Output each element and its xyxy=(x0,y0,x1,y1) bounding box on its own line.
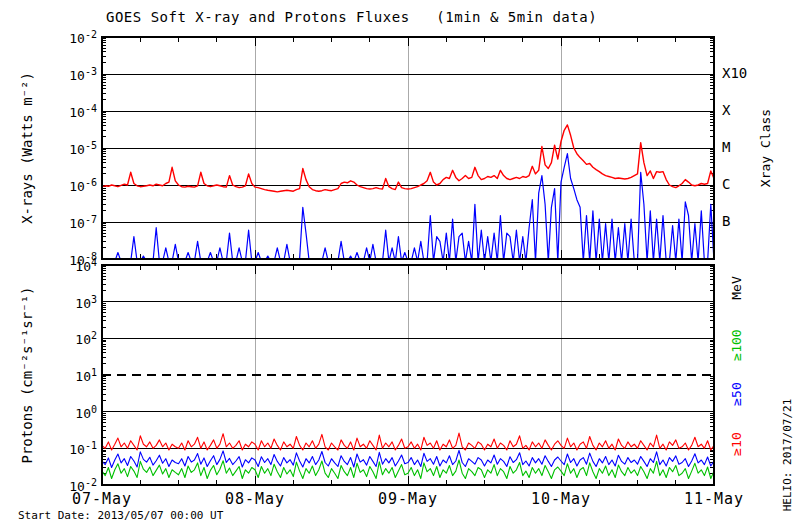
y-tick-label: 10-5 xyxy=(53,138,97,154)
xray-class-label: C xyxy=(722,176,730,192)
x-tick-label: 09-May xyxy=(378,490,438,508)
y-tick-label: 103 xyxy=(53,292,97,308)
y-tick-label: 10-2 xyxy=(53,27,97,43)
xray-class-label: X10 xyxy=(722,65,747,81)
xray-class-label: M xyxy=(722,139,730,155)
xray-class-axis-title: Xray Class xyxy=(758,109,773,187)
xray-class-label: B xyxy=(722,213,730,229)
y-tick-label: 104 xyxy=(53,255,97,271)
x-tick-label: 07-May xyxy=(72,490,132,508)
start-date-label: Start Date: 2013/05/07 00:00 UT xyxy=(18,509,223,522)
proton-energy-label: ≥10 xyxy=(729,432,744,455)
y-tick-label: 10-7 xyxy=(53,212,97,228)
y-tick-label: 10-4 xyxy=(53,101,97,117)
y-tick-label: 10-6 xyxy=(53,175,97,191)
goes-flux-chart: GOES Soft X-ray and Protons Fluxes (1min… xyxy=(0,0,800,530)
x-tick-label: 10-May xyxy=(531,490,591,508)
chart-canvas xyxy=(0,0,800,530)
y-tick-label: 10-2 xyxy=(53,475,97,491)
day-gridlines xyxy=(255,37,561,485)
y-tick-label: 102 xyxy=(53,328,97,344)
y-tick-label: 101 xyxy=(53,365,97,381)
proton-axis-title: Protons (cm⁻²s⁻¹sr⁻¹) xyxy=(19,286,35,463)
x-tick-label: 11-May xyxy=(684,490,744,508)
chart-title: GOES Soft X-ray and Protons Fluxes (1min… xyxy=(106,9,597,25)
xray-axis-title: X-rays (Watts m⁻²) xyxy=(19,72,35,224)
y-tick-label: 100 xyxy=(53,402,97,418)
y-tick-label: 10-1 xyxy=(53,438,97,454)
proton-energy-label: ≥100 xyxy=(729,329,744,360)
y-tick-label: 10-3 xyxy=(53,64,97,80)
mev-unit-label: MeV xyxy=(729,276,744,299)
xray-class-label: X xyxy=(722,102,730,118)
x-tick-label: 08-May xyxy=(225,490,285,508)
proton-energy-label: ≥50 xyxy=(729,382,744,405)
helio-watermark: HELIO: 2017/07/21 xyxy=(781,399,794,512)
